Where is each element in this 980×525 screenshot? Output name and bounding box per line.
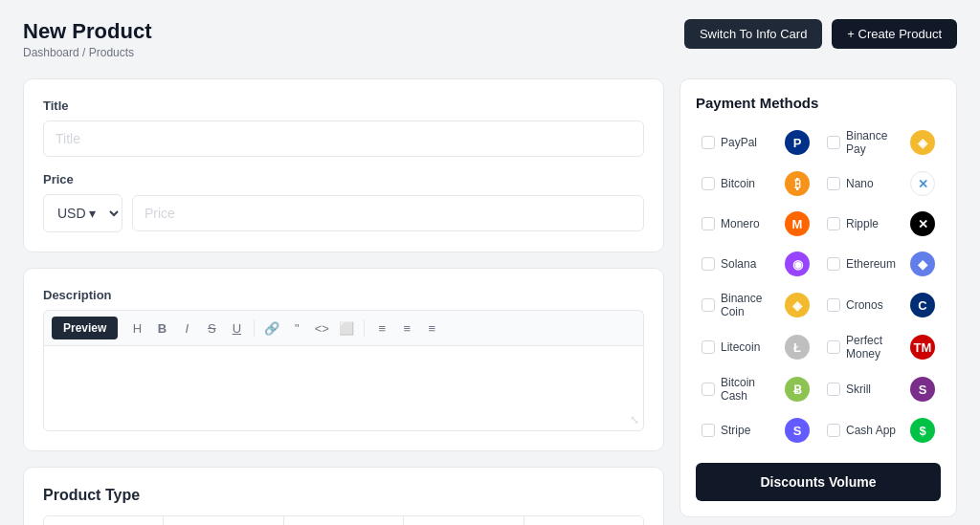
product-type-card: Product Type File Serials Service Dynami… xyxy=(23,467,664,525)
payment-checkbox-bitcoin-cash[interactable] xyxy=(702,383,715,396)
tab-service[interactable]: Service xyxy=(284,516,404,525)
align-right-icon[interactable]: ≡ xyxy=(420,317,443,339)
editor-area[interactable]: ⤡ xyxy=(43,345,644,431)
quote-icon[interactable]: " xyxy=(285,317,308,339)
payment-name: Nano xyxy=(846,177,904,190)
payment-icon-litecoin: Ł xyxy=(785,335,810,360)
payment-item-nano: Nano ✕ xyxy=(821,166,941,201)
link-icon[interactable]: 🔗 xyxy=(260,317,283,339)
preview-button[interactable]: Preview xyxy=(52,317,118,339)
payment-item-ripple: Ripple ✕ xyxy=(821,207,941,241)
payment-checkbox-bitcoin[interactable] xyxy=(702,177,715,190)
currency-select[interactable]: USD ▾ EUR GBP xyxy=(43,194,122,232)
payment-checkbox-cronos[interactable] xyxy=(827,298,840,312)
payment-name: Solana xyxy=(721,257,779,271)
payment-name: Cronos xyxy=(846,298,904,312)
payment-item-binance-pay: Binance Pay ◈ xyxy=(821,124,941,161)
payment-checkbox-ripple[interactable] xyxy=(827,217,840,230)
payment-item-bitcoin: Bitcoin ₿ xyxy=(696,166,815,201)
payment-icon-nano: ✕ xyxy=(910,171,935,196)
bold-icon[interactable]: B xyxy=(150,317,173,339)
payment-item-bitcoin-cash: Bitcoin Cash Ƀ xyxy=(696,371,815,407)
payment-item-monero: Monero M xyxy=(696,207,815,241)
payment-item-perfect-money: Perfect Money TM xyxy=(821,329,941,365)
heading-icon[interactable]: H xyxy=(125,317,148,339)
payment-name: Ethereum xyxy=(846,257,904,271)
payment-icon-bitcoin-cash: Ƀ xyxy=(785,377,810,402)
payment-icon-cash-app: $ xyxy=(910,418,935,443)
editor-toolbar: Preview H B I S U 🔗 " <> ⬜ ≡ ≡ ≡ xyxy=(43,310,644,345)
right-panel: Payment Methods PayPal P Binance Pay ◈ B… xyxy=(679,78,957,517)
tab-serials[interactable]: Serials xyxy=(164,516,283,525)
header-buttons: Switch To Info Card + Create Product xyxy=(684,19,957,49)
payment-checkbox-perfect-money[interactable] xyxy=(827,340,840,354)
payment-checkbox-solana[interactable] xyxy=(702,257,715,271)
left-panel: Title Price USD ▾ EUR GBP Description Pr… xyxy=(23,78,664,525)
payment-checkbox-ethereum[interactable] xyxy=(827,257,840,271)
tab-file[interactable]: File xyxy=(44,516,164,525)
align-left-icon[interactable]: ≡ xyxy=(370,317,393,339)
product-type-title: Product Type xyxy=(43,487,644,504)
payment-checkbox-cash-app[interactable] xyxy=(827,424,840,437)
payment-methods-grid: PayPal P Binance Pay ◈ Bitcoin ₿ Nano ✕ … xyxy=(696,124,941,448)
payment-icon-ethereum: ◆ xyxy=(910,252,935,276)
payment-icon-bitcoin: ₿ xyxy=(785,171,810,196)
underline-icon[interactable]: U xyxy=(225,317,248,339)
strikethrough-icon[interactable]: S xyxy=(200,317,223,339)
payment-item-cronos: Cronos C xyxy=(821,287,941,323)
payment-name: Perfect Money xyxy=(846,334,904,361)
code-icon[interactable]: <> xyxy=(310,317,333,339)
tab-dynamic[interactable]: Dynamic xyxy=(404,516,523,525)
image-icon[interactable]: ⬜ xyxy=(335,317,358,339)
page-title-group: New Product Dashboard / Products xyxy=(23,19,151,59)
payment-item-paypal: PayPal P xyxy=(696,124,815,161)
align-center-icon[interactable]: ≡ xyxy=(395,317,418,339)
payment-item-stripe: Stripe S xyxy=(696,413,815,448)
payment-name: Skrill xyxy=(846,383,904,396)
description-label: Description xyxy=(43,288,644,302)
discounts-volume-button[interactable]: Discounts Volume xyxy=(696,463,941,501)
payment-name: Cash App xyxy=(846,424,904,437)
title-price-card: Title Price USD ▾ EUR GBP xyxy=(23,78,664,252)
payment-checkbox-stripe[interactable] xyxy=(702,424,715,437)
payment-name: Ripple xyxy=(846,217,904,230)
payment-name: Bitcoin xyxy=(721,177,779,190)
payment-checkbox-monero[interactable] xyxy=(702,217,715,230)
switch-to-info-card-button[interactable]: Switch To Info Card xyxy=(684,19,822,49)
payment-checkbox-binance-coin[interactable] xyxy=(702,298,715,312)
payment-name: Binance Coin xyxy=(721,292,779,318)
payment-icon-ripple: ✕ xyxy=(910,211,935,236)
payment-name: Bitcoin Cash xyxy=(721,376,779,403)
price-input[interactable] xyxy=(132,195,644,231)
payment-checkbox-paypal[interactable] xyxy=(702,136,715,149)
payment-icon-paypal: P xyxy=(785,130,810,155)
tab-subscription[interactable]: Subscription xyxy=(524,516,643,525)
payment-icon-solana: ◉ xyxy=(785,252,810,276)
title-input[interactable] xyxy=(43,120,644,157)
payment-item-solana: Solana ◉ xyxy=(696,247,815,281)
payment-checkbox-litecoin[interactable] xyxy=(702,340,715,354)
page-header: New Product Dashboard / Products Switch … xyxy=(23,19,957,59)
payment-name: PayPal xyxy=(721,136,779,149)
payment-icon-stripe: S xyxy=(785,418,810,443)
payment-checkbox-binance-pay[interactable] xyxy=(827,136,840,149)
payment-name: Binance Pay xyxy=(846,129,904,156)
payment-name: Litecoin xyxy=(721,340,779,354)
toolbar-separator-2 xyxy=(364,319,365,337)
payment-icon-perfect-money: TM xyxy=(910,335,935,360)
payment-checkbox-nano[interactable] xyxy=(827,177,840,190)
create-product-button[interactable]: + Create Product xyxy=(832,19,957,49)
payment-item-binance-coin: Binance Coin ◈ xyxy=(696,287,815,323)
payment-methods-card: Payment Methods PayPal P Binance Pay ◈ B… xyxy=(679,78,957,517)
payment-item-skrill: Skrill S xyxy=(821,371,941,407)
price-row: USD ▾ EUR GBP xyxy=(43,194,644,232)
payment-checkbox-skrill[interactable] xyxy=(827,383,840,396)
resize-handle: ⤡ xyxy=(630,413,639,427)
page-title: New Product xyxy=(23,19,151,44)
payment-icon-binance-pay: ◈ xyxy=(910,130,935,155)
italic-icon[interactable]: I xyxy=(175,317,198,339)
toolbar-separator-1 xyxy=(254,319,255,337)
payment-item-cash-app: Cash App $ xyxy=(821,413,941,448)
description-card: Description Preview H B I S U 🔗 " <> ⬜ ≡… xyxy=(23,268,664,451)
payment-name: Stripe xyxy=(721,424,779,437)
